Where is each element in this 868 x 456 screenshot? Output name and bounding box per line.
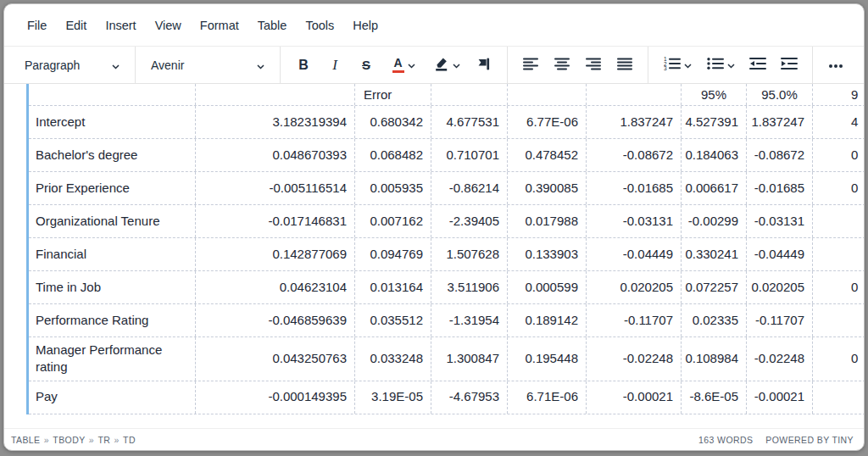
value-cell[interactable]: 0.710701 — [431, 139, 508, 171]
menu-tools[interactable]: Tools — [296, 14, 343, 37]
value-cell[interactable]: 3.511906 — [431, 271, 508, 303]
value-cell[interactable]: 0.142877069 — [196, 238, 355, 270]
value-cell[interactable]: -0.86214 — [431, 172, 508, 204]
word-count[interactable]: 163 WORDS — [698, 435, 753, 445]
value-cell[interactable]: -4.67953 — [431, 381, 508, 414]
value-cell[interactable]: 0.02335 — [682, 304, 747, 336]
menu-view[interactable]: View — [146, 14, 191, 37]
header-cell[interactable]: Error — [355, 84, 431, 105]
value-cell[interactable]: 6.71E-06 — [508, 381, 587, 414]
value-cell[interactable]: -0.01685 — [587, 172, 682, 204]
value-cell[interactable]: 0.184063 — [682, 139, 747, 171]
row-label-cell[interactable]: Prior Experience — [29, 172, 196, 204]
value-cell[interactable]: 0.048670393 — [196, 139, 355, 171]
element-path-item[interactable]: TBODY — [52, 433, 86, 447]
row-label-cell[interactable]: Intercept — [29, 106, 196, 138]
value-cell[interactable]: -0.000149395 — [196, 381, 355, 414]
value-cell[interactable]: -0.00021 — [747, 381, 813, 414]
value-cell[interactable]: 0.033248 — [355, 337, 431, 381]
format-painter-button[interactable] — [470, 53, 498, 78]
value-cell[interactable]: -0.11707 — [587, 304, 682, 336]
value-cell[interactable]: -0.01685 — [747, 172, 813, 204]
paragraph-style-select[interactable]: Paragraph — [18, 53, 126, 78]
value-cell[interactable]: -0.02248 — [587, 337, 682, 381]
value-cell[interactable]: 1.837247 — [747, 106, 813, 138]
value-cell[interactable]: -0.00021 — [587, 381, 682, 414]
value-cell[interactable]: 0.390085 — [508, 172, 587, 204]
row-label-cell[interactable]: Pay — [29, 381, 196, 414]
value-cell[interactable]: 0.478452 — [508, 139, 587, 171]
value-cell[interactable]: 1.837247 — [587, 106, 682, 138]
header-cell[interactable]: 9 — [813, 84, 864, 105]
value-cell[interactable]: 0.035512 — [355, 304, 431, 336]
header-cell[interactable] — [587, 84, 682, 105]
menu-edit[interactable]: Edit — [56, 14, 96, 37]
header-cell[interactable] — [508, 84, 587, 105]
row-label-cell[interactable]: Manager Performance rating — [29, 337, 196, 381]
header-cell[interactable]: 95% — [682, 84, 747, 105]
value-cell[interactable]: -0.02248 — [747, 337, 813, 381]
indent-button[interactable] — [775, 53, 804, 78]
row-label-cell[interactable]: Bachelor's degree — [29, 139, 196, 171]
value-cell[interactable]: 0.020205 — [587, 271, 682, 303]
value-cell[interactable]: 3.19E-05 — [355, 381, 431, 414]
value-cell[interactable]: -0.046859639 — [196, 304, 355, 336]
value-cell[interactable]: -2.39405 — [431, 205, 508, 237]
strikethrough-button[interactable]: S — [352, 53, 381, 78]
bold-button[interactable]: B — [289, 53, 318, 78]
value-cell[interactable]: 1.300847 — [431, 337, 508, 381]
value-cell[interactable]: 0.189142 — [508, 304, 587, 336]
value-cell[interactable]: -0.04449 — [587, 238, 682, 270]
menu-format[interactable]: Format — [191, 14, 248, 37]
value-cell[interactable] — [813, 205, 864, 237]
row-label-cell[interactable]: Financial — [29, 238, 196, 270]
align-justify-button[interactable] — [610, 53, 639, 78]
value-cell[interactable]: 0 — [813, 172, 864, 204]
value-cell[interactable]: 0.133903 — [508, 238, 587, 270]
value-cell[interactable]: 0.000599 — [508, 271, 587, 303]
value-cell[interactable]: 4.527391 — [682, 106, 747, 138]
value-cell[interactable]: 0.680342 — [355, 106, 431, 138]
value-cell[interactable]: 0.005935 — [355, 172, 431, 204]
align-center-button[interactable] — [548, 53, 576, 78]
header-cell[interactable] — [29, 84, 196, 105]
value-cell[interactable]: 6.77E-06 — [508, 106, 587, 138]
value-cell[interactable]: 0 — [813, 139, 864, 171]
value-cell[interactable]: -0.04449 — [747, 238, 813, 270]
value-cell[interactable]: -0.00299 — [682, 205, 747, 237]
align-left-button[interactable] — [516, 53, 545, 78]
value-cell[interactable]: -0.11707 — [747, 304, 813, 336]
element-path-item[interactable]: TD — [122, 433, 136, 447]
value-cell[interactable]: 0.017988 — [508, 205, 587, 237]
value-cell[interactable]: -0.08672 — [587, 139, 682, 171]
row-label-cell[interactable]: Organizational Tenure — [29, 205, 196, 237]
row-label-cell[interactable]: Time in Job — [29, 271, 196, 303]
font-family-select[interactable]: Avenir — [144, 53, 271, 78]
value-cell[interactable]: 0.068482 — [355, 139, 431, 171]
value-cell[interactable] — [813, 381, 864, 414]
value-cell[interactable]: 0.072257 — [682, 271, 747, 303]
value-cell[interactable]: 4.677531 — [431, 106, 508, 138]
value-cell[interactable]: 0.108984 — [682, 337, 747, 381]
numbered-list-button[interactable]: 1 2 3 — [657, 53, 698, 78]
value-cell[interactable]: 0.094769 — [355, 238, 431, 270]
value-cell[interactable]: 0.020205 — [747, 271, 813, 303]
value-cell[interactable]: 1.507628 — [431, 238, 508, 270]
value-cell[interactable]: 3.182319394 — [196, 106, 355, 138]
value-cell[interactable] — [813, 238, 864, 270]
value-cell[interactable]: 0.007162 — [355, 205, 431, 237]
value-cell[interactable]: -0.017146831 — [196, 205, 355, 237]
value-cell[interactable]: 0.013164 — [355, 271, 431, 303]
bullet-list-button[interactable] — [700, 53, 741, 78]
background-color-button[interactable] — [426, 53, 467, 78]
header-cell[interactable]: 95.0% — [747, 84, 813, 105]
menu-file[interactable]: File — [18, 14, 56, 37]
header-cell[interactable] — [431, 84, 508, 105]
value-cell[interactable]: -0.03131 — [747, 205, 813, 237]
value-cell[interactable]: -1.31954 — [431, 304, 508, 336]
editor-canvas[interactable]: Error95%95.0%9Intercept3.1823193940.6803… — [4, 84, 864, 428]
value-cell[interactable]: 0 — [813, 271, 864, 303]
outdent-button[interactable] — [743, 53, 772, 78]
value-cell[interactable]: -0.005116514 — [196, 172, 355, 204]
value-cell[interactable]: -0.03131 — [587, 205, 682, 237]
